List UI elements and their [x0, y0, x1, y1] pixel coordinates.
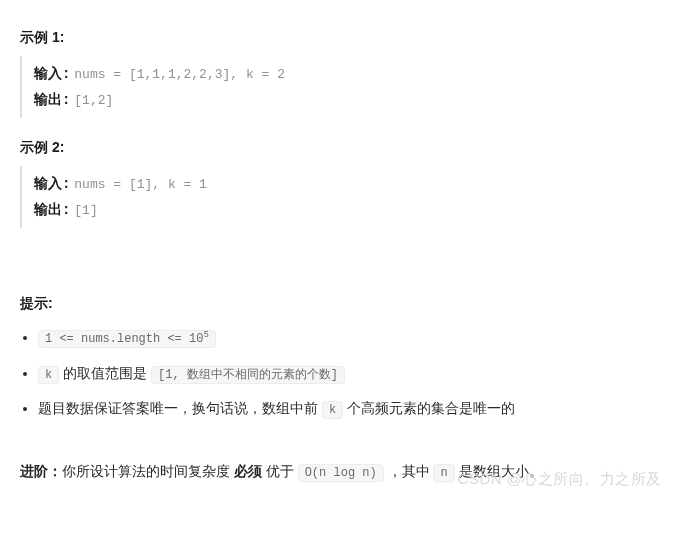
- output-label: 输出:: [34, 202, 70, 218]
- example-2-input-line: 输入: nums = [1], k = 1: [34, 172, 660, 196]
- hint-3-text-2: 个高频元素的集合是唯一的: [343, 400, 515, 416]
- example-2-title: 示例 2:: [20, 136, 660, 158]
- advanced-text-1: 你所设计算法的时间复杂度: [62, 463, 234, 479]
- advanced-code-2: n: [433, 464, 454, 482]
- example-2-block: 输入: nums = [1], k = 1 输出: [1]: [20, 166, 660, 228]
- example-1-output-line: 输出: [1,2]: [34, 88, 660, 112]
- input-value: nums = [1,1,1,2,2,3], k = 2: [74, 67, 285, 82]
- hint-2-code-range: [1, 数组中不相同的元素的个数]: [151, 366, 345, 384]
- hints-title: 提示:: [20, 292, 660, 314]
- hint-item-3: 题目数据保证答案唯一，换句话说，数组中前 k 个高频元素的集合是唯一的: [38, 397, 660, 420]
- output-label: 输出:: [34, 92, 70, 108]
- advanced-must: 必须: [234, 463, 262, 479]
- hint-item-2: k 的取值范围是 [1, 数组中不相同的元素的个数]: [38, 362, 660, 385]
- input-value: nums = [1], k = 1: [74, 177, 207, 192]
- example-1-input-line: 输入: nums = [1,1,1,2,2,3], k = 2: [34, 62, 660, 86]
- advanced-label: 进阶：: [20, 463, 62, 479]
- hint-2-text: 的取值范围是: [59, 365, 151, 381]
- hint-item-1: 1 <= nums.length <= 105: [38, 326, 660, 349]
- hint-2-code-k: k: [38, 366, 59, 384]
- advanced-text-3: ，其中: [384, 463, 434, 479]
- example-1-block: 输入: nums = [1,1,1,2,2,3], k = 2 输出: [1,2…: [20, 56, 660, 118]
- example-1-title: 示例 1:: [20, 26, 660, 48]
- output-value: [1,2]: [74, 93, 113, 108]
- hint-3-text-1: 题目数据保证答案唯一，换句话说，数组中前: [38, 400, 322, 416]
- hints-list: 1 <= nums.length <= 105 k 的取值范围是 [1, 数组中…: [20, 326, 660, 420]
- output-value: [1]: [74, 203, 97, 218]
- input-label: 输入:: [34, 176, 70, 192]
- advanced-text-2: 优于: [262, 463, 298, 479]
- hint-1-code: 1 <= nums.length <= 105: [38, 330, 216, 348]
- advanced-code-1: O(n log n): [298, 464, 384, 482]
- hint-3-code-k: k: [322, 401, 343, 419]
- advanced-line: 进阶：你所设计算法的时间复杂度 必须 优于 O(n log n) ，其中 n 是…: [20, 460, 660, 483]
- input-label: 输入:: [34, 66, 70, 82]
- advanced-text-4: 是数组大小。: [455, 463, 543, 479]
- example-2-output-line: 输出: [1]: [34, 198, 660, 222]
